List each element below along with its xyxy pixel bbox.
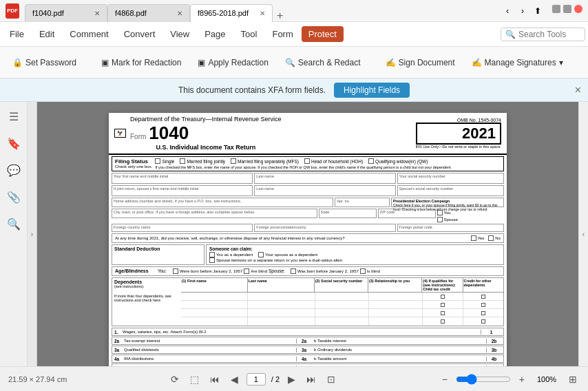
- zoom-slider[interactable]: [456, 374, 511, 385]
- last-page-button[interactable]: ⏭: [304, 372, 319, 386]
- menu-comment[interactable]: Comment: [63, 26, 115, 42]
- tab-f4868[interactable]: f4868.pdf ✕: [107, 4, 190, 22]
- dep-4-first[interactable]: [181, 317, 249, 326]
- manage-signatures-button[interactable]: ✍ Manage Signatures ▾: [465, 55, 570, 70]
- income-line-4a-ref[interactable]: 4a: [296, 357, 311, 361]
- cb-you[interactable]: [437, 210, 443, 215]
- apply-redaction-button[interactable]: ▣ Apply Redaction: [191, 55, 275, 70]
- zoom-in-button[interactable]: +: [516, 372, 527, 386]
- page-number-input[interactable]: 1: [246, 373, 266, 385]
- dep-2-rel[interactable]: [369, 301, 423, 308]
- income-line-2a-ref[interactable]: 2a: [296, 339, 311, 344]
- cb-born-1957[interactable]: [173, 268, 178, 274]
- dep-1-child-credit[interactable]: [423, 293, 463, 300]
- highlight-fields-button[interactable]: Highlight Fields: [334, 83, 410, 98]
- rotate-left-button[interactable]: ⟳: [168, 372, 182, 386]
- foreign-postal-field[interactable]: Foreign postal code: [397, 224, 504, 232]
- cb-dep3-child[interactable]: [441, 311, 445, 315]
- cb-spouse-sep[interactable]: [209, 257, 215, 263]
- sidebar-comment-icon[interactable]: 💬: [4, 161, 23, 180]
- dep-3-child[interactable]: [423, 309, 463, 317]
- home-address-field[interactable]: Home address (number and street). If you…: [112, 198, 333, 207]
- spouse-first-field[interactable]: If joint return, spouse's first name and…: [112, 185, 253, 196]
- sidebar-bookmark-icon[interactable]: 🔖: [4, 134, 23, 153]
- dep-2-other[interactable]: [463, 301, 503, 308]
- sign-document-button[interactable]: ✍ Sign Document: [379, 55, 462, 70]
- income-line-2b-ref[interactable]: 2b: [486, 339, 501, 344]
- nav-back-btn[interactable]: ‹: [501, 5, 514, 17]
- cb-dep3-other[interactable]: [481, 311, 485, 315]
- tab-f8965-close[interactable]: ✕: [260, 10, 265, 17]
- first-page-button[interactable]: ⏮: [207, 372, 222, 386]
- menu-tool[interactable]: Tool: [234, 26, 264, 42]
- dep-2-first[interactable]: [181, 301, 249, 308]
- cb-dep1-child[interactable]: [441, 295, 445, 299]
- search-redact-button[interactable]: 🔍 Search & Redact: [278, 55, 368, 70]
- city-field[interactable]: City, town, or post office. If you have …: [112, 209, 317, 218]
- prev-page-button[interactable]: ◀: [228, 372, 241, 386]
- next-page-button[interactable]: ▶: [285, 372, 298, 386]
- menu-convert[interactable]: Convert: [117, 26, 162, 42]
- spouse-ssn-field[interactable]: Spouse's social security number: [397, 185, 504, 196]
- dep-2-last[interactable]: [248, 301, 315, 308]
- foreign-country-field[interactable]: Foreign country name: [112, 224, 253, 232]
- sidebar-attachment-icon[interactable]: 📎: [4, 188, 23, 207]
- sidebar-search-icon[interactable]: 🔍: [4, 215, 23, 233]
- menu-file[interactable]: File: [3, 26, 31, 42]
- last-name-field[interactable]: Last name: [254, 173, 395, 184]
- cb-spouse-blind[interactable]: [360, 268, 366, 274]
- cb-spouse-dep[interactable]: [258, 252, 264, 257]
- cb-dep4-child[interactable]: [441, 319, 445, 324]
- dep-4-other[interactable]: [463, 317, 503, 326]
- dep-4-ssn[interactable]: [315, 317, 369, 326]
- ssn-field[interactable]: Your social security number: [397, 173, 504, 184]
- fit-page-button[interactable]: ⊡: [324, 372, 338, 386]
- menu-view[interactable]: View: [163, 26, 196, 42]
- cb-qw[interactable]: [368, 158, 374, 164]
- cb-dep1-other[interactable]: [481, 295, 485, 299]
- dep-3-rel[interactable]: [369, 309, 423, 317]
- dep-3-other[interactable]: [463, 309, 503, 317]
- document-viewer[interactable]: 🦅 Department of the Treasury—Internal Re…: [37, 102, 578, 366]
- sidebar-nav-icon[interactable]: ☰: [6, 107, 21, 126]
- close-button[interactable]: [574, 5, 582, 13]
- menu-page[interactable]: Page: [198, 26, 232, 42]
- dep-3-ssn[interactable]: [315, 309, 369, 317]
- right-panel-handle[interactable]: ‹: [578, 102, 588, 366]
- income-line-5a-ref[interactable]: 5a: [296, 366, 311, 367]
- spouse-last-field[interactable]: Last name: [254, 185, 395, 196]
- add-tab-button[interactable]: +: [273, 10, 287, 22]
- income-line-3b-ref[interactable]: 3b: [486, 348, 501, 352]
- dep-2-child[interactable]: [423, 301, 463, 308]
- fullscreen-button[interactable]: [563, 5, 571, 13]
- set-password-button[interactable]: 🔒 Set Password: [6, 55, 83, 70]
- minimize-button[interactable]: [552, 5, 560, 13]
- tab-f8965[interactable]: f8965-2018.pdf ✕: [190, 4, 273, 22]
- mark-redaction-button[interactable]: ▣ Mark for Redaction: [94, 55, 188, 70]
- zip-field[interactable]: ZIP code: [378, 209, 436, 218]
- tab-f1040[interactable]: f1040.pdf ✕: [25, 4, 107, 22]
- nav-forward-btn[interactable]: ›: [516, 5, 529, 17]
- cb-married-joint[interactable]: [180, 158, 185, 164]
- dep-1-ssn[interactable]: [315, 293, 369, 300]
- dep-3-last[interactable]: [248, 309, 315, 317]
- cb-vc-no[interactable]: [488, 235, 494, 241]
- dep-1-rel[interactable]: [369, 293, 423, 300]
- dep-4-child[interactable]: [423, 317, 463, 326]
- search-tools-input[interactable]: [518, 30, 580, 39]
- cb-mfs[interactable]: [231, 158, 236, 164]
- cb-dep2-other[interactable]: [481, 303, 485, 307]
- dep-2-ssn[interactable]: [315, 301, 369, 308]
- cb-dep2-child[interactable]: [441, 303, 445, 307]
- dep-1-last[interactable]: [248, 293, 315, 300]
- dep-4-rel[interactable]: [369, 317, 423, 326]
- menu-edit[interactable]: Edit: [32, 26, 61, 42]
- zoom-out-button[interactable]: −: [439, 372, 450, 386]
- income-line-1-ref[interactable]: 1: [481, 330, 501, 335]
- apt-no-field[interactable]: Apt. no.: [335, 198, 390, 207]
- cb-are-blind[interactable]: [244, 268, 249, 274]
- cb-spouse-born[interactable]: [291, 268, 296, 274]
- menu-form[interactable]: Form: [265, 26, 300, 42]
- menu-protect[interactable]: Protect: [302, 26, 344, 42]
- cb-dep4-other[interactable]: [481, 319, 485, 324]
